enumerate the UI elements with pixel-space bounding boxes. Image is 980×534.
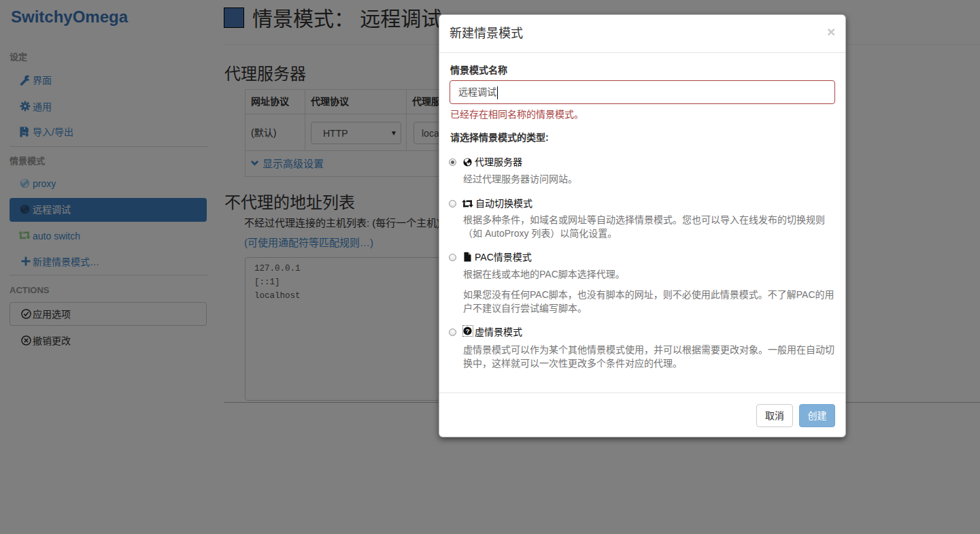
svg-text:?: ?: [466, 328, 470, 335]
